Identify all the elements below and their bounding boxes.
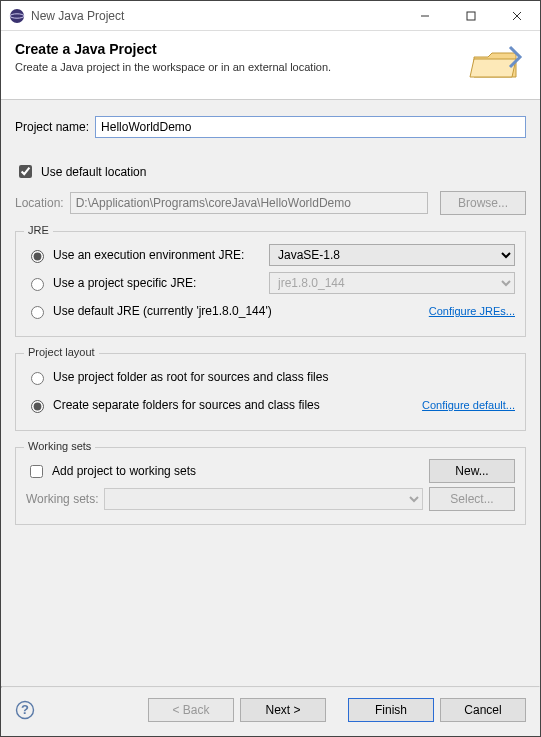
jre-option-project-radio[interactable]	[31, 278, 44, 291]
layout-option-root-radio[interactable]	[31, 372, 44, 385]
eclipse-icon	[9, 8, 25, 24]
svg-text:?: ?	[21, 702, 29, 717]
jre-option-exec-env-radio[interactable]	[31, 250, 44, 263]
cancel-button[interactable]: Cancel	[440, 698, 526, 722]
jre-project-select: jre1.8.0_144	[269, 272, 515, 294]
add-working-set-checkbox[interactable]	[30, 465, 43, 478]
working-sets-group: Working sets Add project to working sets…	[15, 447, 526, 525]
svg-rect-3	[467, 12, 475, 20]
minimize-button[interactable]	[402, 1, 448, 31]
jre-option-default-radio[interactable]	[31, 306, 44, 319]
location-input	[70, 192, 428, 214]
project-name-label: Project name:	[15, 120, 89, 134]
help-icon[interactable]: ?	[15, 700, 35, 720]
jre-option-project-label: Use a project specific JRE:	[53, 276, 263, 290]
add-working-set-label: Add project to working sets	[52, 464, 196, 478]
close-button[interactable]	[494, 1, 540, 31]
layout-option-separate-label: Create separate folders for sources and …	[53, 398, 320, 412]
working-sets-label: Working sets:	[26, 492, 98, 506]
next-button[interactable]: Next >	[240, 698, 326, 722]
jre-option-exec-env-label: Use an execution environment JRE:	[53, 248, 263, 262]
configure-jres-link[interactable]: Configure JREs...	[429, 305, 515, 317]
browse-button: Browse...	[440, 191, 526, 215]
wizard-banner: Create a Java Project Create a Java proj…	[1, 31, 540, 100]
use-default-location-label: Use default location	[41, 165, 146, 179]
layout-option-separate-radio[interactable]	[31, 400, 44, 413]
banner-subtitle: Create a Java project in the workspace o…	[15, 61, 460, 73]
jre-group: JRE Use an execution environment JRE: Ja…	[15, 231, 526, 337]
configure-default-link[interactable]: Configure default...	[422, 399, 515, 411]
window-title: New Java Project	[31, 9, 402, 23]
working-set-new-button[interactable]: New...	[429, 459, 515, 483]
layout-legend: Project layout	[24, 346, 99, 358]
project-name-input[interactable]	[95, 116, 526, 138]
layout-option-root-label: Use project folder as root for sources a…	[53, 370, 328, 384]
wizard-footer: ? < Back Next > Finish Cancel	[1, 688, 540, 736]
working-sets-legend: Working sets	[24, 440, 95, 452]
working-set-select-button: Select...	[429, 487, 515, 511]
maximize-button[interactable]	[448, 1, 494, 31]
jre-exec-env-select[interactable]: JavaSE-1.8	[269, 244, 515, 266]
titlebar: New Java Project	[1, 1, 540, 31]
jre-option-default-label: Use default JRE (currently 'jre1.8.0_144…	[53, 304, 272, 318]
banner-title: Create a Java Project	[15, 41, 460, 57]
jre-legend: JRE	[24, 224, 53, 236]
folder-icon	[468, 41, 526, 87]
location-label: Location:	[15, 196, 64, 210]
layout-group: Project layout Use project folder as roo…	[15, 353, 526, 431]
svg-point-0	[10, 9, 24, 23]
working-sets-select	[104, 488, 423, 510]
wizard-content: Project name: Use default location Locat…	[1, 100, 540, 686]
use-default-location-checkbox[interactable]	[19, 165, 32, 178]
finish-button[interactable]: Finish	[348, 698, 434, 722]
back-button: < Back	[148, 698, 234, 722]
